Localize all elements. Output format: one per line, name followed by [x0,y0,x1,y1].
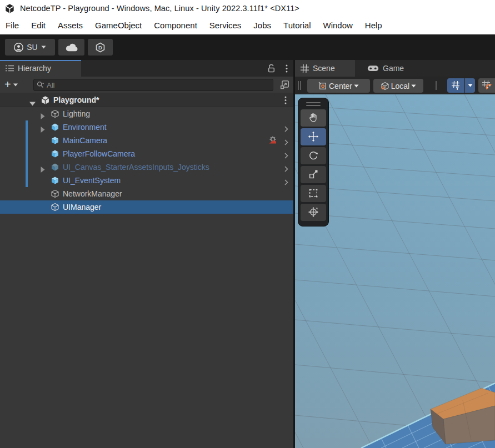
svg-text:Y: Y [456,85,459,90]
prefab-cube-icon [51,176,59,187]
hierarchy-row-lighting[interactable]: Lighting [0,107,293,120]
account-icon [14,43,23,52]
orientation-mode-button[interactable]: Local [373,79,423,93]
account-button[interactable]: SU [5,39,55,56]
grid-snapping-button[interactable] [478,78,495,93]
tool-rect[interactable] [301,185,326,202]
hierarchy-row-uimanager[interactable]: UIManager [0,200,293,214]
prefab-cube-icon [51,136,59,147]
tool-transform[interactable] [301,204,326,221]
row-label: PlayerFollowCamera [63,149,135,158]
prefab-open-chevron[interactable] [284,151,288,161]
window-titlebar: NetcodeTP - Playground - Windows, Mac, L… [0,0,495,17]
toolbar-separator [436,81,437,90]
chevron-down-icon [13,83,18,87]
devops-hexagon-icon: D [95,42,106,53]
prefab-override-bar [26,134,28,147]
menu-gameobject[interactable]: GameObject [89,17,148,34]
box-object[interactable] [431,388,495,444]
gameobject-cube-icon [51,109,59,120]
devops-button[interactable]: D [88,39,113,56]
tool-view-hand[interactable] [301,109,326,127]
prefab-open-chevron[interactable] [284,124,288,134]
scene-grid-icon [301,64,309,73]
prefab-open-chevron[interactable] [284,138,288,148]
tool-scale[interactable] [301,166,326,183]
scene-toolbar: Center Local Y [295,77,495,94]
panel-menu-icon[interactable] [286,64,288,73]
pivot-mode-button[interactable]: Center [307,79,370,93]
tool-rotate[interactable] [301,147,326,164]
cloud-services-button[interactable] [58,39,84,56]
menu-jobs[interactable]: Jobs [247,17,277,34]
scene-menu-icon[interactable] [284,96,287,107]
unity-toolbar: SU D [0,34,495,60]
tab-label: Hierarchy [18,64,51,73]
orientation-cube-icon [381,82,389,90]
open-search-window-icon[interactable] [280,80,289,92]
prefab-open-chevron[interactable] [284,164,288,174]
menu-component[interactable]: Component [148,17,203,34]
snap-magnet-icon [482,80,494,90]
lock-icon[interactable] [267,64,276,73]
scene-tabbar: Scene Game [295,60,495,77]
menu-tutorial[interactable]: Tutorial [277,17,317,34]
cloud-icon [65,43,78,52]
row-label: Environment [63,123,107,132]
grid-settings-dropdown[interactable] [465,78,475,93]
hierarchy-row-ui-eventsystem[interactable]: UI_EventSystem [0,174,293,187]
hierarchy-list-icon [6,65,14,72]
menu-edit[interactable]: Edit [25,17,52,34]
prefab-open-chevron[interactable] [284,178,288,188]
hierarchy-row-playerfollowcamera[interactable]: PlayerFollowCamera [0,147,293,160]
toolbar-drag-handle[interactable] [298,81,299,90]
tab-scene[interactable]: Scene [295,60,355,77]
hierarchy-tabbar: Hierarchy [0,60,293,77]
tab-game[interactable]: Game [362,60,414,77]
menu-help[interactable]: Help [359,17,388,34]
hierarchy-row-ui-canvas[interactable]: UI_Canvas_StarterAssetsInputs_Joysticks [0,160,293,174]
tab-hierarchy[interactable]: Hierarchy [0,60,81,77]
grid-visibility-button[interactable]: Y [447,78,464,93]
prefab-cube-icon [51,123,59,134]
create-object-button[interactable]: + [4,77,18,93]
tab-label: Scene [313,64,335,73]
account-initials: SU [27,43,37,52]
cinemachine-brain-icon [268,136,278,147]
row-label: Lighting [63,109,90,118]
menu-assets[interactable]: Assets [52,17,89,34]
prefab-override-bar [26,174,28,187]
hierarchy-row-maincamera[interactable]: MainCamera [0,134,293,147]
prefab-cube-icon-inactive [51,163,59,174]
plus-icon: + [4,79,11,90]
menu-window[interactable]: Window [317,17,359,34]
chevron-down-icon [411,84,416,88]
menu-services[interactable]: Services [203,17,248,34]
palette-drag-handle[interactable] [306,101,321,107]
hierarchy-panel: Hierarchy + [0,60,293,448]
tool-palette [298,98,329,226]
row-label: UIManager [63,203,101,212]
hierarchy-row-networkmanager[interactable]: NetworkManager [0,187,293,200]
focused-panel-indicator [0,60,81,61]
hierarchy-search[interactable] [33,79,273,91]
search-icon [37,81,44,89]
pivot-mode-label: Center [329,82,352,90]
menu-file[interactable]: File [0,17,25,34]
toolbar-drag-handle[interactable] [300,81,301,90]
unity-app-icon [4,3,15,14]
hierarchy-toolbar: + [0,77,293,93]
scene-header-row[interactable]: Playground* [0,93,293,107]
row-label: MainCamera [63,136,107,145]
hierarchy-row-environment[interactable]: Environment [0,120,293,134]
unity-scene-icon [41,95,50,107]
tool-move[interactable] [301,128,326,145]
scene-name: Playground* [53,95,99,104]
window-title: NetcodeTP - Playground - Windows, Mac, L… [20,4,299,13]
row-label: UI_Canvas_StarterAssetsInputs_Joysticks [63,163,209,172]
scene-viewport[interactable] [295,94,495,448]
hierarchy-tree: Playground* Lighting Environment MainCam… [0,93,293,448]
prefab-override-bar [26,160,28,174]
search-input[interactable] [47,81,273,89]
gameobject-cube-icon [51,203,59,214]
